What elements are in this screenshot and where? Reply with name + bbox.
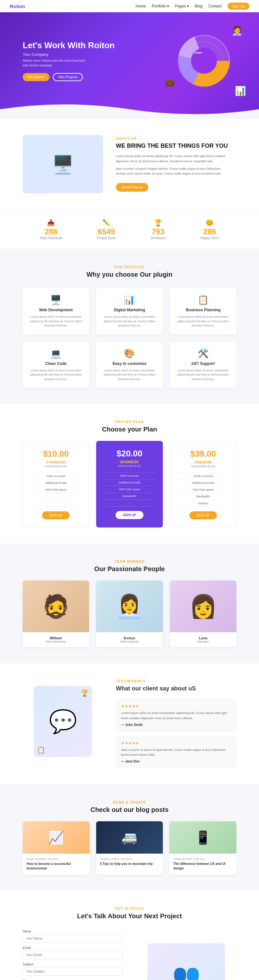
testimonial-text-1: Lorem ipsum dolor sit amet consectetur a… — [121, 710, 231, 720]
hero-desc: Attract more visitors,and win more busin… — [23, 58, 91, 68]
view-projects-button[interactable]: View Projects — [53, 73, 83, 81]
web-desc: Lorem ipsum dolor sit amet consectetur a… — [29, 315, 83, 328]
subject-label: Subject — [23, 963, 123, 966]
business-signup-button[interactable]: SIGN UP — [115, 511, 143, 519]
business-desc: Lorem ipsum dolor sit amet consectetur a… — [176, 315, 230, 328]
blog-meta-3: Posted by Editor | Feb 2021 — [173, 858, 232, 861]
testimonial-author-1: — John Smith — [121, 723, 231, 727]
hero-text: Let's Work With Roiton Your Company Attr… — [23, 40, 130, 81]
about-section: 🖥️ ABOUT US WE BRING THE BEST THINGS FOR… — [0, 119, 259, 210]
service-card-code: 💻 Clean Code Lorem ipsum dolor sit amet … — [23, 342, 89, 388]
stat-awards: 🏆 793 Get Award — [150, 219, 166, 240]
business-f4: --- — [104, 500, 155, 506]
testimonials-tag: TESTIMONIALS — [116, 679, 236, 683]
service-card-customize: 🎨 Easy to customize Lorem ipsum dolor si… — [96, 342, 163, 388]
business-icon: 📋 — [176, 294, 230, 305]
plan-business: $20.00 BUSINESS POPULAR PLAN 8GB Account… — [96, 441, 163, 528]
contact-tag: GET IN TOUCH — [23, 907, 236, 910]
business-name: BUSINESS — [104, 460, 155, 464]
member2-photo: 👩‍💼 — [96, 581, 163, 632]
blog-post-title-1: How to become a successful businessman — [27, 862, 86, 871]
nav-links: Home Portfolio ▾ Pages ▾ Blog Contact Si… — [136, 3, 249, 10]
business-title: Business Planning — [176, 308, 230, 312]
blog-thumb-1: 📈 — [23, 821, 90, 854]
blog-post-1[interactable]: 📈 Posted by Editor | Feb 2021 How to bec… — [23, 821, 90, 875]
name-group: Name — [23, 929, 123, 943]
clients-icon: 😊 — [200, 219, 219, 227]
marketing-icon: 📊 — [102, 294, 156, 305]
email-input[interactable] — [23, 951, 123, 959]
about-text: ABOUT US WE BRING THE BEST THINGS FOR YO… — [116, 137, 236, 192]
blog-tag: NEWS & UPDATE — [23, 800, 236, 804]
show-projects-button[interactable]: Show Projects — [116, 183, 148, 192]
contact-form: Name Email Subject Message Send Message — [23, 929, 123, 980]
testimonial-text-2: Nam ut lorem ut ipsum feugiat lobortis. … — [121, 747, 231, 757]
nav-blog[interactable]: Blog — [195, 4, 202, 8]
name-input[interactable] — [23, 934, 123, 943]
web-title: Web Development — [29, 308, 83, 312]
contact-illustration: 👥 — [136, 943, 236, 980]
subject-input[interactable] — [23, 967, 123, 976]
contact-section: GET IN TOUCH Let's Talk About Your Next … — [0, 891, 259, 980]
pricing-section: PRICING PLAN Choose your Plan $10.00 STA… — [0, 404, 259, 544]
service-card-marketing: 📊 Digital Marketing Lorem ipsum dolor si… — [96, 288, 163, 334]
pricing-tag: PRICING PLAN — [23, 420, 236, 424]
premium-f4: Support — [178, 500, 228, 507]
support-icon: 🛠️ — [176, 348, 230, 359]
nav-home[interactable]: Home — [136, 4, 146, 8]
standard-f4: --- — [31, 500, 81, 507]
testimonial-card-2: ★★★★★ Nam ut lorem ut ipsum feugiat lobo… — [116, 736, 236, 768]
hero-section: Let's Work With Roiton Your Company Attr… — [0, 12, 259, 119]
blog-thumb-2: 🚐 — [96, 821, 163, 854]
stat-files: 📥 286 Files Download — [40, 219, 62, 240]
business-price: $20.00 — [104, 449, 155, 459]
pricing-title: Choose your Plan — [23, 426, 236, 433]
customize-title: Easy to customize — [102, 361, 156, 366]
nav-portfolio[interactable]: Portfolio ▾ — [152, 4, 169, 8]
files-label: Files Download — [40, 236, 62, 240]
customize-icon: 🎨 — [102, 348, 156, 359]
service-card-web: 🖥️ Web Development Lorem ipsum dolor sit… — [23, 288, 89, 334]
nav-logo[interactable]: Roiton — [10, 3, 25, 9]
blog-title: Check out our blog posts — [23, 806, 236, 813]
clients-num: 286 — [200, 227, 219, 236]
team-section: TEAM MEMBER Our Passionate People 🧔 Will… — [0, 544, 259, 663]
contact-title: Let's Talk About Your Next Project — [23, 912, 236, 920]
marketing-desc: Lorem ipsum dolor sit amet consectetur a… — [102, 315, 156, 328]
premium-f3: Bandwidth — [178, 493, 228, 500]
premium-signup-button[interactable]: SIGN UP — [189, 511, 217, 519]
about-image: 🖥️ — [23, 135, 103, 193]
about-para1: Lorem ipsum dolor sit amet,Adipiscing el… — [116, 154, 236, 163]
team-member-1: 🧔 William Web Developer — [23, 581, 89, 647]
service-card-business: 📋 Business Planning Lorem ipsum dolor si… — [170, 288, 236, 334]
code-desc: Lorem ipsum dolor sit amet consectetur a… — [29, 369, 83, 382]
blog-post-title-3: The difference between UX and UI design — [173, 862, 232, 871]
testimonials-content: TESTIMONIALS What our client say about u… — [116, 679, 236, 768]
nav-pages[interactable]: Pages ▾ — [175, 4, 189, 8]
nav-contact[interactable]: Contact — [208, 4, 222, 8]
services-section: OUR SERVICES Why you choose Our plugin 🖥… — [0, 249, 259, 404]
member2-role: Web Designer — [100, 640, 158, 643]
member2-name: Evelyn — [100, 636, 158, 640]
signup-button[interactable]: Sign Up — [228, 3, 249, 10]
navbar: Roiton Home Portfolio ▾ Pages ▾ Blog Con… — [0, 0, 259, 12]
stars-1: ★★★★★ — [121, 704, 231, 708]
support-title: 24/7 Support — [176, 361, 230, 366]
member3-photo: 👩 — [170, 581, 236, 632]
email-label: Email — [23, 946, 123, 950]
blog-post-2[interactable]: 🚐 Posted by Editor | Feb 2021 5 Tips to … — [96, 821, 163, 875]
blog-section: NEWS & UPDATE Check out our blog posts 📈… — [0, 784, 259, 891]
standard-sub: STARTER PLAN — [31, 465, 81, 468]
standard-signup-button[interactable]: SIGN UP — [42, 511, 70, 519]
premium-price: $39.00 — [178, 449, 228, 459]
about-para2: Nam ut lorem ut ipsum feugiat lobortis. … — [116, 166, 236, 176]
services-tag: OUR SERVICES — [23, 266, 236, 269]
blog-meta-2: Posted by Editor | Feb 2021 — [100, 858, 159, 861]
get-started-button[interactable]: Get Started — [23, 73, 50, 81]
blog-post-3[interactable]: 📱 Posted by Editor | Feb 2021 The differ… — [169, 821, 236, 875]
web-icon: 🖥️ — [29, 294, 83, 305]
testimonials-title: What our client say about uS — [116, 685, 236, 692]
team-title: Our Passionate People — [23, 565, 236, 573]
premium-f1: Additional Emails — [178, 479, 228, 486]
testimonials-image: 💬 📋 🏆 — [23, 679, 103, 757]
